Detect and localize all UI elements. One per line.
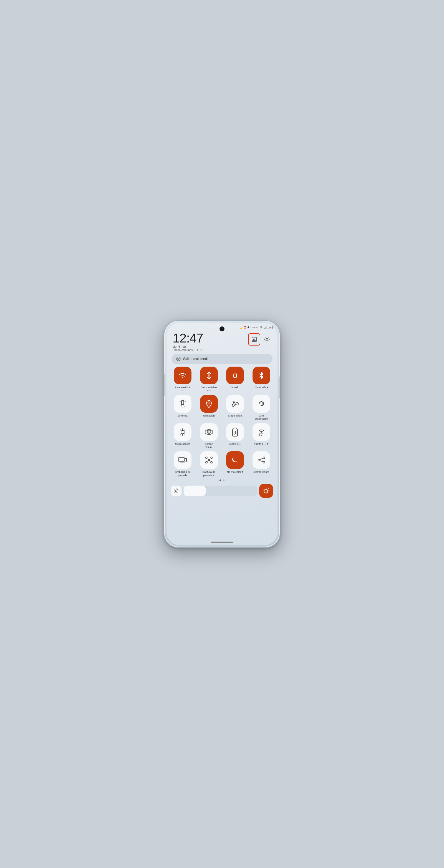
svg-line-35: [210, 430, 211, 431]
tile-rotation[interactable]: Giroautomático: [250, 395, 273, 421]
flashlight-tile-label: Linterna: [178, 414, 187, 417]
svg-rect-1: [265, 328, 265, 329]
realme-share-tile-icon: [253, 451, 270, 469]
svg-rect-2: [266, 327, 266, 329]
svg-line-26: [180, 430, 181, 430]
panel-header: 12:47 vie, 4 mar Usado este mes: 1,11 GB: [167, 330, 277, 353]
battery-saver-tile-icon: [226, 423, 244, 441]
tile-dnd[interactable]: No molestar ▾: [224, 451, 247, 477]
mobile-data-tile-label: Datos móviles4G: [201, 386, 217, 392]
location-tile-label: Ubicación: [203, 414, 215, 417]
svg-line-65: [264, 489, 264, 489]
speed-indicator: 3.00 KB/S: [250, 327, 258, 328]
svg-line-68: [264, 493, 264, 493]
hotspot-tile-label: Punto d… ▾: [255, 442, 268, 445]
wifi-tile-label: Livebox-D7A2: [175, 386, 190, 392]
battery-indicator: 24: [268, 326, 272, 329]
wifi-status-icon: [259, 326, 263, 329]
dark-mode-tile-icon: [174, 423, 191, 441]
volume-button[interactable]: [164, 374, 165, 396]
svg-point-6: [266, 339, 268, 341]
brightness-row: A: [167, 484, 277, 498]
page-dot-2: [223, 479, 225, 481]
svg-line-28: [184, 430, 185, 430]
tile-bluetooth[interactable]: Bluetooth ▾: [250, 367, 273, 392]
hotspot-tile-icon: [253, 423, 270, 441]
screen-record-tile-icon: [174, 451, 191, 469]
svg-point-46: [258, 459, 260, 461]
svg-point-9: [178, 359, 179, 359]
rotation-tile-label: Giroautomático: [255, 414, 268, 421]
tile-airplane[interactable]: Modo avión: [224, 395, 247, 421]
signal-icon: [264, 326, 267, 329]
bluetooth-status-icon: ✱: [247, 326, 249, 329]
svg-point-17: [208, 402, 210, 404]
airplane-tile-icon: [226, 395, 244, 413]
settings-button[interactable]: [263, 335, 271, 344]
tile-mobile-data[interactable]: Datos móviles4G: [197, 367, 221, 392]
sound-tile-label: Sonido: [231, 386, 239, 389]
tile-sound[interactable]: Sonido: [224, 367, 247, 392]
clock-display: 12:47: [173, 332, 205, 344]
svg-rect-4: [252, 337, 257, 342]
tile-realme-share[interactable]: realme Share: [250, 451, 273, 477]
svg-point-44: [207, 461, 208, 462]
mobile-data-tile-icon: [200, 367, 218, 384]
edit-button[interactable]: [250, 335, 259, 344]
home-indicator[interactable]: [211, 541, 233, 543]
comfort-tile-icon: [200, 423, 218, 441]
bluetooth-tile-label: Bluetooth ▾: [255, 386, 268, 389]
header-buttons: [248, 333, 271, 345]
phone-frame: 🌙 ⏰ ✱ 3.00 KB/S 24: [164, 320, 280, 548]
camera: [220, 327, 224, 331]
time-block: 12:47 vie, 4 mar Usado este mes: 1,11 GB: [173, 332, 205, 352]
svg-rect-40: [179, 457, 184, 462]
alarm-icon: ⏰: [243, 326, 246, 329]
date-display: vie, 4 mar: [173, 345, 205, 348]
tile-battery-saver[interactable]: Modo d…: [224, 423, 247, 449]
svg-line-49: [260, 458, 263, 460]
tile-hotspot[interactable]: Punto d… ▾: [250, 423, 273, 449]
dnd-tile-icon: [226, 451, 244, 469]
svg-rect-13: [181, 400, 184, 404]
svg-line-58: [177, 489, 178, 490]
screenshot-tile-label: Captura depantalla ▾: [202, 470, 215, 477]
svg-point-48: [263, 461, 265, 463]
brightness-min-icon[interactable]: [171, 486, 181, 496]
comfort-tile-label: Confortvisual: [205, 442, 213, 449]
brightness-max-icon[interactable]: A: [259, 484, 273, 498]
tile-comfort[interactable]: Confortvisual: [197, 423, 221, 449]
edit-button-highlight: [248, 333, 260, 345]
tile-location[interactable]: Ubicación: [197, 395, 221, 421]
moon-icon: 🌙: [239, 326, 242, 329]
tile-dark-mode[interactable]: Modo oscuro: [171, 423, 195, 449]
screen-record-tile-label: Grabación depantalla: [175, 470, 190, 477]
sound-tile-icon: [226, 367, 244, 384]
svg-line-34: [207, 430, 208, 431]
svg-line-56: [175, 489, 175, 490]
tile-flashlight[interactable]: Linterna: [171, 395, 195, 421]
media-output-label: Salida multimedia: [183, 357, 209, 361]
flashlight-tile-icon: [174, 395, 191, 413]
svg-point-51: [175, 490, 177, 492]
media-output-button[interactable]: Salida multimedia: [172, 354, 272, 364]
page-dots: [167, 479, 277, 481]
svg-line-59: [175, 492, 175, 493]
page-dot-1: [219, 479, 221, 481]
svg-point-21: [181, 430, 184, 434]
location-tile-icon: [200, 395, 218, 413]
power-button[interactable]: [279, 376, 280, 399]
svg-point-47: [263, 457, 265, 459]
tile-screenshot[interactable]: Captura depantalla ▾: [197, 451, 221, 477]
rotation-tile-icon: [253, 395, 270, 413]
tile-wifi[interactable]: ▼ Livebox-D7A2: [171, 367, 195, 392]
battery-saver-tile-label: Modo d…: [230, 442, 241, 445]
tile-screen-record[interactable]: Grabación depantalla: [171, 451, 195, 477]
svg-point-32: [208, 432, 209, 433]
brightness-fill: [184, 486, 206, 496]
media-output-icon: [176, 356, 181, 361]
svg-rect-0: [264, 328, 264, 329]
brightness-slider[interactable]: [184, 486, 257, 496]
tiles-grid: ▼ Livebox-D7A2 Datos móviles4G: [167, 367, 277, 477]
svg-line-57: [177, 492, 178, 493]
